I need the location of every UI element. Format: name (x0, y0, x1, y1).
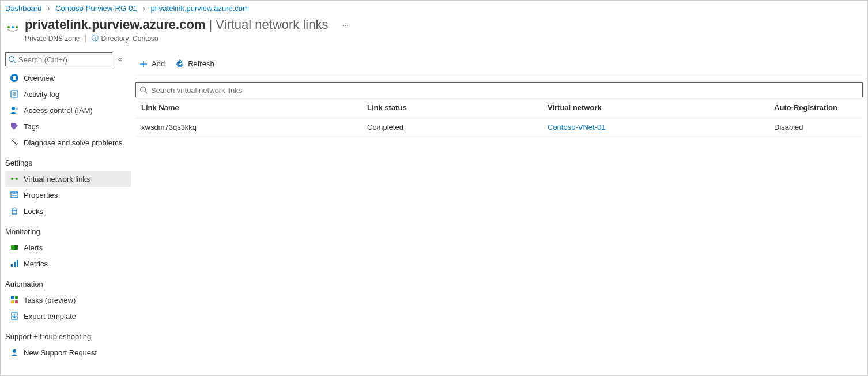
sidebar-item-diagnose[interactable]: Diagnose and solve problems (5, 134, 131, 151)
svg-rect-24 (17, 260, 18, 267)
resource-type-label: Private DNS zone (25, 35, 80, 43)
sidebar-section-support: Support + troubleshooting (5, 324, 131, 344)
sidebar-item-export-template[interactable]: Export template (5, 308, 131, 324)
svg-rect-26 (15, 296, 18, 299)
collapse-sidebar-button[interactable]: « (118, 55, 122, 63)
search-icon (8, 55, 16, 63)
svg-point-14 (16, 178, 18, 180)
svg-point-1 (12, 26, 14, 28)
sidebar-item-label: Activity log (24, 90, 59, 99)
sidebar-item-activity-log[interactable]: Activity log (5, 86, 131, 102)
tasks-icon (10, 295, 19, 304)
svg-rect-6 (13, 76, 16, 80)
svg-point-2 (16, 26, 18, 28)
more-actions-button[interactable]: ··· (342, 20, 349, 29)
svg-line-34 (145, 92, 148, 94)
export-icon (10, 311, 19, 321)
sidebar-item-metrics[interactable]: Metrics (5, 255, 131, 272)
col-header-link-status[interactable]: Link status (367, 103, 548, 112)
svg-rect-27 (11, 300, 14, 303)
refresh-button[interactable]: Refresh (175, 59, 214, 69)
sidebar-section-automation: Automation (5, 272, 131, 292)
breadcrumb-rg[interactable]: Contoso-Purview-RG-01 (55, 4, 137, 13)
sidebar-item-label: Alerts (24, 243, 43, 252)
add-button-label: Add (152, 59, 165, 68)
table-header: Link Name Link status Virtual network Au… (135, 97, 863, 118)
chevron-right-icon: › (142, 4, 145, 13)
sidebar-item-label: Diagnose and solve problems (24, 138, 122, 147)
sidebar-item-iam[interactable]: Access control (IAM) (5, 102, 131, 118)
directory-label: Directory: (101, 35, 130, 43)
sidebar-search-input[interactable] (18, 55, 110, 64)
table-row[interactable]: xwsdm73qs3kkq Completed Contoso-VNet-01 … (135, 118, 863, 137)
svg-point-33 (141, 87, 146, 92)
sidebar-item-label: Overview (24, 74, 55, 82)
info-icon: ⓘ (92, 33, 99, 43)
sidebar-item-support-request[interactable]: New Support Request (5, 344, 131, 360)
svg-point-0 (7, 26, 10, 28)
iam-icon (10, 106, 19, 115)
sidebar-search[interactable] (5, 52, 112, 66)
vnet-icon (10, 174, 19, 183)
svg-point-3 (9, 57, 14, 62)
sidebar-item-label: Metrics (24, 260, 48, 268)
sidebar-item-label: New Support Request (24, 348, 97, 357)
metrics-icon (10, 259, 19, 268)
svg-rect-16 (11, 192, 18, 198)
svg-point-11 (12, 107, 15, 110)
svg-rect-25 (11, 296, 14, 299)
svg-rect-19 (12, 210, 17, 214)
sidebar-item-label: Export template (24, 312, 76, 321)
sidebar-item-label: Properties (24, 191, 58, 200)
search-icon (139, 86, 148, 94)
activity-log-icon (10, 89, 19, 99)
svg-rect-21 (14, 245, 18, 250)
sidebar-item-locks[interactable]: Locks (5, 203, 131, 219)
lock-icon (10, 206, 19, 216)
breadcrumb-dashboard[interactable]: Dashboard (5, 4, 42, 13)
sidebar-item-overview[interactable]: Overview (5, 70, 131, 86)
svg-rect-28 (15, 300, 18, 303)
breadcrumb: Dashboard › Contoso-Purview-RG-01 › priv… (1, 1, 867, 15)
table-search-input[interactable] (151, 86, 859, 95)
col-header-virtual-network[interactable]: Virtual network (548, 103, 774, 112)
overview-icon (10, 73, 19, 82)
tags-icon (10, 122, 19, 131)
sidebar: « Overview Activity log Access control (… (1, 52, 131, 360)
page-header: privatelink.purview.azure.com | Virtual … (1, 15, 867, 52)
sidebar-item-tags[interactable]: Tags (5, 118, 131, 134)
plus-icon (139, 59, 148, 69)
alerts-icon (10, 243, 19, 252)
chevron-right-icon: › (47, 4, 50, 13)
sidebar-item-tasks[interactable]: Tasks (preview) (5, 292, 131, 308)
add-button[interactable]: Add (139, 59, 165, 69)
support-icon (10, 348, 19, 357)
cell-link-name: xwsdm73qs3kkq (141, 123, 367, 131)
cell-vnet-link[interactable]: Contoso-VNet-01 (548, 123, 605, 131)
sidebar-section-monitoring: Monitoring (5, 219, 131, 239)
sidebar-item-vnet-links[interactable]: Virtual network links (5, 171, 131, 187)
svg-line-4 (14, 61, 16, 63)
sidebar-item-properties[interactable]: Properties (5, 187, 131, 203)
sidebar-item-alerts[interactable]: Alerts (5, 239, 131, 255)
svg-rect-22 (11, 264, 13, 267)
breadcrumb-resource[interactable]: privatelink.purview.azure.com (150, 4, 249, 13)
sidebar-item-label: Virtual network links (24, 175, 90, 183)
cell-link-status: Completed (367, 123, 548, 131)
col-header-link-name[interactable]: Link Name (141, 103, 367, 112)
dns-zone-icon (5, 20, 20, 35)
table-search[interactable] (135, 82, 863, 97)
svg-point-30 (13, 349, 16, 353)
toolbar: Add Refresh (135, 52, 863, 76)
col-header-auto-registration[interactable]: Auto-Registration (774, 103, 857, 112)
properties-icon (10, 190, 19, 200)
sidebar-item-label: Tags (24, 122, 39, 131)
refresh-icon (175, 59, 184, 69)
cell-auto-registration: Disabled (774, 123, 857, 131)
svg-point-13 (11, 178, 13, 180)
page-subtitle: | Virtual network links (209, 17, 328, 32)
svg-point-12 (16, 108, 18, 110)
page-title: privatelink.purview.azure.com (25, 17, 205, 32)
sidebar-item-label: Tasks (preview) (24, 296, 76, 304)
directory-value: Contoso (133, 35, 158, 43)
